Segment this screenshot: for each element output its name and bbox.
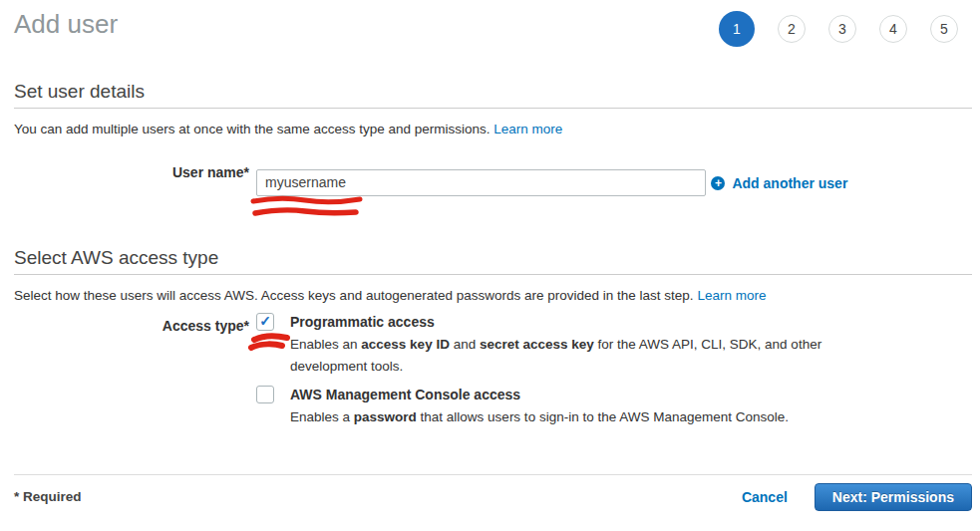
step-4: 4 [879, 15, 907, 43]
desc-segment: Enables a [290, 409, 354, 424]
console-access-text: AWS Management Console access Enables a … [290, 386, 850, 428]
required-note: * Required [14, 489, 82, 504]
step-indicator: 1 2 3 4 5 [719, 10, 958, 48]
section-divider-2 [14, 274, 972, 275]
add-another-user-label: Add another user [732, 175, 847, 191]
red-scribble-annotation [248, 333, 292, 355]
desc-segment: and [450, 337, 480, 352]
console-access-option: AWS Management Console access Enables a … [256, 386, 850, 428]
step-2: 2 [778, 15, 806, 43]
section-heading-user-details: Set user details [14, 81, 972, 103]
access-type-label: Access type* [14, 313, 249, 334]
username-field-area: + Add another user [256, 159, 847, 196]
footer-divider [14, 474, 972, 475]
programmatic-access-checkbox[interactable]: ✓ [256, 313, 274, 331]
access-type-intro: Select how these users will access AWS. … [14, 287, 972, 304]
desc-segment-bold: password [354, 409, 417, 424]
user-details-intro: You can add multiple users at once with … [14, 121, 972, 137]
username-input[interactable] [256, 169, 706, 196]
desc-segment-bold: secret access key [480, 337, 594, 352]
footer-bar: * Required Cancel Next: Permissions [14, 482, 972, 512]
console-checkbox-wrap [256, 386, 274, 403]
section-divider [14, 108, 972, 109]
programmatic-access-desc: Enables an access key ID and secret acce… [290, 334, 850, 378]
programmatic-access-option: ✓ Programmatic access Enables an access … [256, 313, 850, 378]
access-type-row: Access type* ✓ Programmatic access Enabl… [14, 313, 972, 428]
checkmark-icon: ✓ [259, 314, 271, 328]
console-access-desc: Enables a password that allows users to … [290, 406, 850, 428]
desc-segment: that allows users to sign-in to the AWS … [417, 409, 789, 424]
programmatic-checkbox-wrap: ✓ [256, 313, 274, 331]
step-1: 1 [719, 11, 755, 47]
username-input-wrap [256, 169, 706, 196]
access-type-options: ✓ Programmatic access Enables an access … [256, 313, 850, 428]
learn-more-link[interactable]: Learn more [493, 122, 562, 136]
username-row: User name* + Add another user [14, 159, 972, 196]
page-title: Add user [14, 8, 118, 41]
desc-segment: Enables an [290, 337, 361, 352]
access-type-intro-text: Select how these users will access AWS. … [14, 288, 694, 303]
learn-more-link-2[interactable]: Learn more [697, 288, 766, 303]
red-underline-annotation [250, 194, 366, 220]
desc-segment-bold: access key ID [361, 337, 450, 352]
user-details-intro-text: You can add multiple users at once with … [14, 122, 490, 136]
cancel-button[interactable]: Cancel [742, 489, 788, 505]
next-permissions-button[interactable]: Next: Permissions [815, 483, 972, 511]
plus-circle-icon: + [711, 176, 725, 190]
step-3: 3 [828, 15, 856, 43]
add-user-page: Add user 1 2 3 4 5 Set user details You … [0, 0, 980, 531]
console-access-label: AWS Management Console access [290, 386, 850, 403]
add-another-user-link[interactable]: + Add another user [711, 175, 847, 191]
programmatic-access-text: Programmatic access Enables an access ke… [290, 313, 850, 378]
page-header: Add user 1 2 3 4 5 [14, 0, 972, 48]
programmatic-access-label: Programmatic access [290, 313, 850, 331]
section-heading-access-type: Select AWS access type [14, 247, 972, 269]
console-access-checkbox[interactable] [256, 386, 274, 403]
username-label: User name* [14, 159, 249, 180]
step-5: 5 [930, 15, 958, 43]
footer-actions: Cancel Next: Permissions [742, 483, 972, 511]
